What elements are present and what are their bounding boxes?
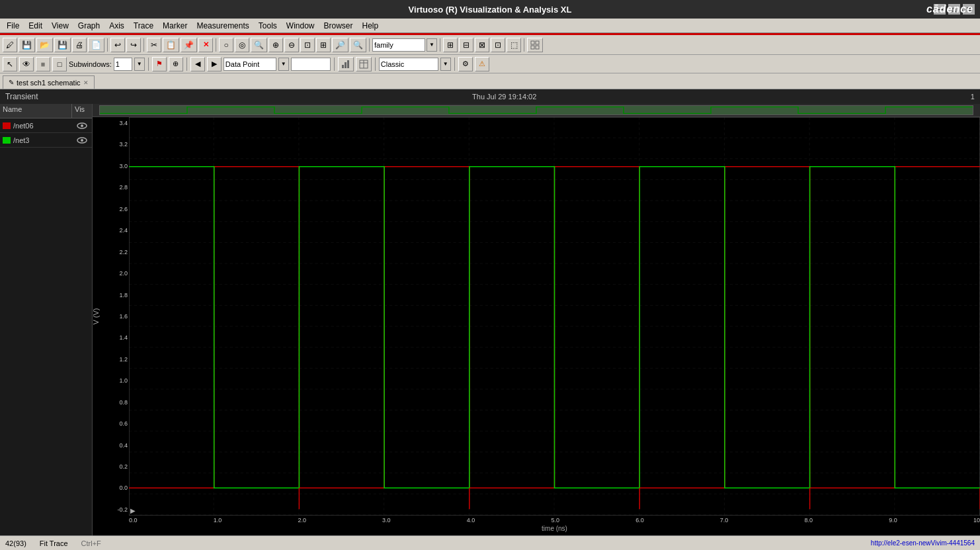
classic-dropdown-arrow[interactable]: ▼ xyxy=(440,58,451,71)
print-button[interactable]: 🖨 xyxy=(72,38,87,52)
menu-edit[interactable]: Edit xyxy=(24,21,46,31)
sq-button[interactable]: □ xyxy=(52,57,67,71)
ytick-22: 2.2 xyxy=(117,249,128,255)
open-button[interactable]: 📂 xyxy=(36,38,53,52)
fit-button[interactable]: ⊞ xyxy=(316,38,331,52)
grid-button[interactable] xyxy=(527,38,543,52)
toolbar-row1: 🖊 💾 📂 💾 🖨 📄 ↩ ↪ ✂ 📋 📌 ✕ ○ ◎ 🔍 ⊕ ⊖ ⊡ ⊞ 🔎 … xyxy=(0,35,980,55)
signal-vis-net3[interactable] xyxy=(72,136,92,144)
menu-file[interactable]: File xyxy=(3,21,23,31)
transient-title: Transient xyxy=(5,92,38,101)
tb-icon3[interactable]: ⊠ xyxy=(475,38,489,52)
fit-trace-button[interactable]: Fit Trace xyxy=(40,539,68,547)
menu-axis[interactable]: Axis xyxy=(105,21,128,31)
sep5 xyxy=(440,38,440,52)
x-ticks: 0.0 1.0 2.0 3.0 4.0 5.0 6.0 7.0 8.0 9.0 … xyxy=(129,516,980,524)
family-dropdown-arrow[interactable]: ▼ xyxy=(427,38,437,52)
schematic-tab[interactable]: ✎ test sch1 schematic ✕ xyxy=(3,75,95,89)
x-axis-area: 0.0 1.0 2.0 3.0 4.0 5.0 6.0 7.0 8.0 9.0 … xyxy=(129,516,980,535)
overview-content[interactable] xyxy=(99,105,973,115)
svg-point-13 xyxy=(81,139,83,142)
tab-close-button[interactable]: ✕ xyxy=(83,79,89,86)
signal-col-vis: Vis xyxy=(72,104,92,118)
signal-item-net3[interactable]: /net3 xyxy=(0,133,92,148)
signal-item-net06[interactable]: /net06 xyxy=(0,118,92,133)
shield-button[interactable]: ⊕ xyxy=(169,57,183,71)
save-button[interactable]: 💾 xyxy=(19,38,35,52)
menu-window[interactable]: Window xyxy=(282,21,319,31)
menu-measurements[interactable]: Measurements xyxy=(192,21,253,31)
undo-button[interactable]: ↩ xyxy=(110,38,125,52)
warning-button[interactable]: ⚠ xyxy=(475,57,489,71)
tb-icon1[interactable]: ⊞ xyxy=(443,38,458,52)
zoom-out-button[interactable]: ⊖ xyxy=(284,38,299,52)
xtick-5: 5.0 xyxy=(551,517,559,524)
eye-button[interactable]: 👁 xyxy=(19,57,34,71)
status-url: http://ele2-esen-newVivim-4441564 xyxy=(871,539,975,547)
signal-vis-net06[interactable] xyxy=(72,122,92,130)
ytick-14: 1.4 xyxy=(117,334,128,341)
svg-rect-1 xyxy=(536,41,539,44)
disk-button[interactable]: 💾 xyxy=(54,38,71,52)
datapoint-dropdown[interactable]: Data Point xyxy=(224,58,276,71)
svg-chart-wrapper[interactable]: ▶ xyxy=(129,117,980,516)
print2-button[interactable]: 📄 xyxy=(88,38,104,52)
xtick-0: 0.0 xyxy=(129,517,138,524)
menu-graph[interactable]: Graph xyxy=(74,21,104,31)
search-button[interactable]: 🔍 xyxy=(350,38,366,52)
fwd-button[interactable]: ▶ xyxy=(207,57,222,71)
menu-tools[interactable]: Tools xyxy=(255,21,281,31)
tb-icon2[interactable]: ⊟ xyxy=(459,38,473,52)
menu-trace[interactable]: Trace xyxy=(130,21,157,31)
xtick-3: 3.0 xyxy=(382,517,391,524)
chart-bar-button[interactable] xyxy=(338,57,354,71)
paste-button[interactable]: 📌 xyxy=(181,38,197,52)
back-button[interactable]: ◀ xyxy=(190,57,205,71)
play-button[interactable]: ▶ xyxy=(130,507,136,514)
menu-marker[interactable]: Marker xyxy=(159,21,191,31)
copy-button[interactable]: 📋 xyxy=(163,38,179,52)
config-button[interactable]: ⚙ xyxy=(458,57,473,71)
tb-icon5[interactable]: ⬚ xyxy=(507,38,521,52)
sep6 xyxy=(524,38,524,52)
zoom-in-button[interactable]: 🔍 xyxy=(251,38,267,52)
svg-rect-0 xyxy=(531,41,534,44)
datapoint-value-dropdown[interactable] xyxy=(291,58,331,71)
cursor-button[interactable]: ↖ xyxy=(3,57,17,71)
graph-container[interactable]: V (V) 3.4 3.2 3.0 2.8 2.6 2.4 2.2 2.0 1.… xyxy=(93,117,980,535)
ytick-02: 0.2 xyxy=(117,463,128,470)
zoom-box-button[interactable]: ⊡ xyxy=(300,38,315,52)
shortcut-label: Ctrl+F xyxy=(81,539,101,547)
menu-browser[interactable]: Browser xyxy=(320,21,357,31)
flag-button[interactable]: ⚑ xyxy=(152,57,167,71)
list-button[interactable]: ≡ xyxy=(36,57,50,71)
svg-rect-2 xyxy=(531,46,534,49)
ytick-20: 2.0 xyxy=(117,270,128,277)
ytick-12: 1.2 xyxy=(117,356,128,363)
datapoint-dropdown-arrow[interactable]: ▼ xyxy=(278,58,289,71)
tb-icon4[interactable]: ⊡ xyxy=(491,38,505,52)
classic-dropdown[interactable]: Classic xyxy=(379,58,438,71)
new-button[interactable]: 🖊 xyxy=(3,38,17,52)
cut-button[interactable]: ✂ xyxy=(147,38,161,52)
delete-button[interactable]: ✕ xyxy=(198,38,213,52)
zoom-in2-button[interactable]: ⊕ xyxy=(268,38,283,52)
table-button[interactable] xyxy=(356,57,372,71)
ytick-32: 3.2 xyxy=(117,141,128,148)
redo-button[interactable]: ↪ xyxy=(126,38,141,52)
subwindows-dropdown-arrow[interactable]: ▼ xyxy=(134,58,145,71)
subwindows-dropdown[interactable]: 1 xyxy=(114,58,132,71)
menu-view[interactable]: View xyxy=(48,21,73,31)
ytick-16: 1.6 xyxy=(117,313,128,320)
signal-color-net3 xyxy=(3,137,11,144)
zoom3-button[interactable]: 🔎 xyxy=(332,38,348,52)
chart-area[interactable]: V (V) 3.4 3.2 3.0 2.8 2.6 2.4 2.2 2.0 1.… xyxy=(93,104,980,535)
family-dropdown[interactable]: family xyxy=(372,38,425,52)
overview-bar[interactable] xyxy=(93,104,980,117)
circle2-button[interactable]: ◎ xyxy=(235,38,249,52)
table-icon xyxy=(359,60,368,69)
sep1 xyxy=(107,38,108,52)
circle-button[interactable]: ○ xyxy=(219,38,233,52)
menu-help[interactable]: Help xyxy=(358,21,383,31)
svg-rect-6 xyxy=(347,60,349,68)
